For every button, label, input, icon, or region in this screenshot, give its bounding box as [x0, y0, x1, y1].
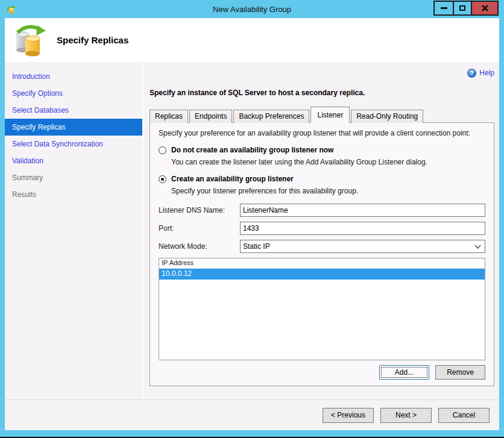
sidebar-item-select-data-synchronization[interactable]: Select Data Synchronization	[5, 136, 142, 152]
app-database-icon	[6, 4, 16, 14]
radio-create-listener[interactable]: Create an availability group listener	[159, 175, 485, 183]
maximize-icon	[459, 5, 465, 11]
radio-create-description: Specify your listener preferences for th…	[171, 187, 485, 195]
wizard-header: Specify Replicas	[5, 18, 499, 62]
radio-do-not-create-label: Do not create an availability group list…	[171, 146, 333, 154]
main-content: ? Help Specify an instance of SQL Server…	[143, 62, 499, 399]
minimize-button[interactable]	[435, 2, 453, 14]
dialog-window: New Availability Group	[0, 0, 504, 438]
radio-unchecked-icon	[159, 146, 166, 154]
remove-button[interactable]: Remove	[435, 365, 485, 380]
window-title: New Availability Group	[5, 5, 499, 14]
network-mode-label: Network Mode:	[159, 242, 240, 251]
dns-name-label: Listener DNS Name:	[159, 206, 240, 214]
port-row: Port:	[159, 222, 485, 235]
minimize-icon	[441, 7, 447, 9]
sidebar-item-results: Results	[5, 186, 142, 203]
sidebar-item-introduction[interactable]: Introduction	[5, 68, 142, 85]
radio-do-not-create-description: You can create the listener later using …	[171, 158, 485, 166]
wizard-footer: < Previous Next > Cancel	[5, 399, 499, 430]
tab-strip: Replicas Endpoints Backup Preferences Li…	[150, 107, 494, 123]
port-input[interactable]	[240, 222, 485, 235]
sidebar-item-validation[interactable]: Validation	[5, 152, 142, 169]
window-controls	[433, 1, 499, 16]
network-mode-select[interactable]: Static IP	[240, 240, 485, 253]
close-button[interactable]	[471, 2, 497, 14]
network-mode-row: Network Mode: Static IP	[159, 240, 485, 253]
tab-read-only-routing[interactable]: Read-Only Routing	[351, 110, 423, 123]
next-button[interactable]: Next >	[380, 408, 432, 423]
previous-button[interactable]: < Previous	[323, 408, 374, 423]
close-icon	[482, 5, 488, 11]
listener-dns-name-input[interactable]	[240, 204, 485, 217]
titlebar[interactable]: New Availability Group	[5, 0, 499, 18]
port-label: Port:	[159, 224, 240, 233]
radio-do-not-create-listener[interactable]: Do not create an availability group list…	[159, 146, 485, 154]
ip-address-list[interactable]: IP Address 10.0.0.12	[159, 258, 485, 360]
add-button[interactable]: Add...	[379, 365, 429, 380]
wizard-steps-sidebar: Introduction Specify Options Select Data…	[5, 62, 143, 399]
help-label: Help	[479, 69, 494, 77]
radio-checked-icon	[159, 175, 166, 183]
radio-create-label: Create an availability group listener	[171, 175, 294, 183]
help-link[interactable]: ? Help	[150, 67, 494, 79]
listener-intro-text: Specify your preference for an availabil…	[159, 129, 485, 137]
tab-endpoints[interactable]: Endpoints	[189, 110, 232, 123]
dns-name-row: Listener DNS Name:	[159, 204, 485, 217]
instruction-text: Specify an instance of SQL Server to hos…	[150, 89, 494, 97]
replicas-database-icon	[14, 24, 46, 57]
sidebar-item-specify-replicas[interactable]: Specify Replicas	[5, 119, 142, 136]
ip-address-row[interactable]: 10.0.0.12	[159, 269, 485, 280]
ip-list-buttons: Add... Remove	[159, 365, 485, 380]
listener-tab-panel: Specify your preference for an availabil…	[150, 122, 494, 386]
tab-replicas[interactable]: Replicas	[150, 110, 188, 123]
sidebar-item-select-databases[interactable]: Select Databases	[5, 102, 142, 119]
network-mode-value: Static IP	[243, 242, 270, 251]
help-icon: ?	[467, 69, 476, 78]
tab-listener[interactable]: Listener	[310, 107, 350, 123]
wizard-body: Introduction Specify Options Select Data…	[5, 62, 499, 399]
maximize-button[interactable]	[453, 2, 471, 14]
tab-backup-preferences[interactable]: Backup Preferences	[233, 110, 309, 123]
ip-address-column-header: IP Address	[159, 258, 485, 269]
listener-fields: Listener DNS Name: Port: Network Mode: S…	[159, 204, 485, 253]
sidebar-item-specify-options[interactable]: Specify Options	[5, 85, 142, 102]
chevron-down-icon	[474, 245, 481, 249]
page-title: Specify Replicas	[57, 35, 128, 45]
cancel-button[interactable]: Cancel	[438, 408, 490, 423]
sidebar-item-summary: Summary	[5, 169, 142, 186]
